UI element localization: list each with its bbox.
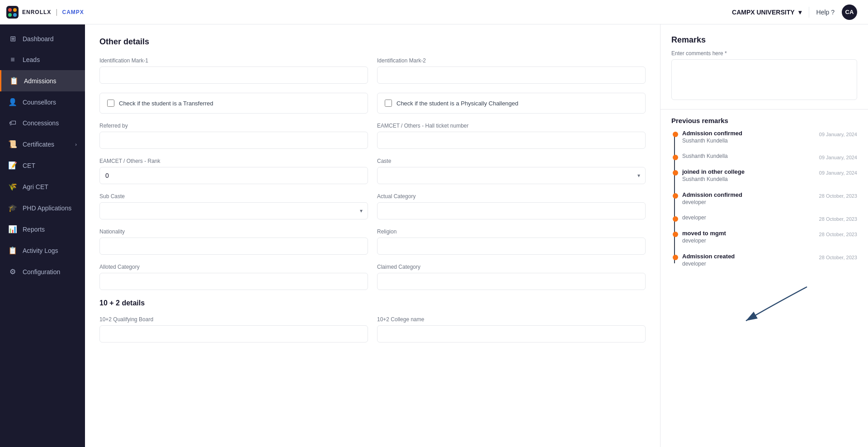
timeline-item-date: 28 October, 2023 (819, 193, 857, 199)
timeline-item-date: 09 January, 2024 (819, 170, 857, 176)
timeline-item-date: 09 January, 2024 (819, 155, 857, 160)
help-button[interactable]: Help ? (816, 9, 835, 16)
actual-category-input[interactable] (377, 202, 646, 219)
sidebar-item-admissions[interactable]: 📋 Admissions (0, 70, 85, 91)
religion-group: Religion (377, 228, 646, 255)
transferred-label: Check if the student is a Transferred (119, 100, 213, 107)
timeline-item: Admission confirmed developer 28 October… (680, 191, 857, 205)
sidebar-item-dashboard[interactable]: ⊞ Dashboard (0, 28, 85, 49)
eamcet-hall-label: EAMCET / Others - Hall ticket number (377, 123, 646, 129)
qualifying-board-row: 10+2 Qualifying Board 10+2 College name (99, 316, 646, 342)
id-mark2-input[interactable] (377, 67, 646, 84)
eamcet-hall-input[interactable] (377, 132, 646, 149)
claimed-category-label: Claimed Category (377, 264, 646, 270)
sidebar-item-label: Activity Logs (23, 247, 58, 254)
referred-by-input[interactable] (99, 132, 368, 149)
sidebar-item-concessions[interactable]: 🏷 Concessions (0, 113, 85, 133)
avatar[interactable]: CA (842, 5, 857, 20)
remarks-header: Remarks Enter comments here * (660, 24, 868, 109)
university-name: CAMPX UNIVERSITY (732, 9, 794, 16)
sidebar-item-activity-logs[interactable]: 📋 Activity Logs (0, 240, 85, 261)
timeline-item: joined in other college Sushanth Kundell… (680, 168, 857, 182)
nationality-religion-row: Nationality Religion (99, 228, 646, 255)
remarks-textarea[interactable] (671, 59, 857, 100)
nationality-label: Nationality (99, 228, 368, 235)
nationality-input[interactable] (99, 238, 368, 255)
sub-caste-select[interactable] (99, 202, 368, 219)
college-name-input[interactable] (377, 325, 646, 342)
sub-caste-label: Sub Caste (99, 193, 368, 200)
timeline-dot (673, 155, 678, 160)
religion-input[interactable] (377, 238, 646, 255)
sidebar: ENROLLX | CAMPX ⊞ Dashboard ≡ Leads 📋 Ad… (0, 0, 85, 447)
subsection-title: 10 + 2 details (99, 299, 646, 307)
certificates-icon: 📜 (8, 140, 17, 148)
topbar: CAMPX UNIVERSITY ▾ Help ? CA (85, 0, 868, 24)
sidebar-item-reports[interactable]: 📊 Reports (0, 219, 85, 240)
remarks-textarea-label: Enter comments here * (671, 50, 857, 57)
caste-group: Caste ▾ (377, 158, 646, 184)
nationality-group: Nationality (99, 228, 368, 255)
physically-challenged-checkbox-group[interactable]: Check if the student is a Physically Cha… (377, 93, 646, 114)
timeline-item: Admission confirmed Sushanth Kundella 09… (680, 130, 857, 144)
sidebar-item-agri-cet[interactable]: 🌾 Agri CET (0, 176, 85, 197)
physically-challenged-checkbox[interactable] (385, 100, 392, 107)
counsellors-icon: 👤 (8, 98, 17, 106)
qualifying-board-input[interactable] (99, 325, 368, 342)
caste-label: Caste (377, 158, 646, 164)
sidebar-item-label: Certificates (23, 141, 54, 148)
college-name-label: 10+2 College name (377, 316, 646, 323)
university-selector[interactable]: CAMPX UNIVERSITY ▾ (732, 9, 801, 16)
alloted-claimed-row: Alloted Category Claimed Category (99, 264, 646, 290)
sidebar-item-label: Admissions (24, 77, 57, 85)
timeline-dot (673, 255, 678, 260)
transferred-checkbox[interactable] (107, 100, 114, 107)
logo-icon (6, 6, 19, 19)
id-mark1-label: Identification Mark-1 (99, 57, 368, 64)
sub-caste-select-wrapper: ▾ (99, 202, 368, 219)
timeline-item-date: 28 October, 2023 (819, 232, 857, 237)
sidebar-item-certificates[interactable]: 📜 Certificates › (0, 133, 85, 155)
id-mark1-group: Identification Mark-1 (99, 57, 368, 84)
claimed-category-group: Claimed Category (377, 264, 646, 290)
id-mark1-input[interactable] (99, 67, 368, 84)
chevron-down-icon: ▾ (798, 9, 802, 16)
logo-campx: CAMPX (62, 9, 84, 15)
sidebar-item-phd[interactable]: 🎓 PHD Applications (0, 197, 85, 219)
transferred-checkbox-group[interactable]: Check if the student is a Transferred (99, 93, 368, 114)
sidebar-item-cet[interactable]: 📝 CET (0, 155, 85, 176)
topbar-divider (809, 7, 809, 18)
sidebar-item-label: PHD Applications (23, 204, 71, 212)
sidebar-item-counsellors[interactable]: 👤 Counsellors (0, 91, 85, 113)
sidebar-item-configuration[interactable]: ⚙ Configuration (0, 261, 85, 282)
remarks-panel: Remarks Enter comments here * Previous r… (660, 24, 868, 447)
qualifying-board-label: 10+2 Qualifying Board (99, 316, 368, 323)
chevron-right-icon: › (75, 142, 77, 147)
leads-icon: ≡ (8, 56, 17, 64)
caste-select[interactable] (377, 167, 646, 184)
timeline-item-sub: Sushanth Kundella (682, 176, 857, 182)
remarks-title: Remarks (671, 35, 857, 45)
eamcet-rank-input[interactable] (99, 167, 368, 184)
sidebar-item-label: Dashboard (23, 35, 54, 43)
eamcet-rank-group: EAMCET / Others - Rank (99, 158, 368, 184)
timeline-item-sub: Sushanth Kundella (682, 138, 857, 144)
timeline-item: moved to mgmt developer 28 October, 2023 (680, 230, 857, 244)
sidebar-item-label: Configuration (23, 268, 60, 276)
main-content: Other details Identification Mark-1 Iden… (85, 24, 868, 447)
timeline-dot (673, 216, 678, 222)
referred-by-group: Referred by (99, 123, 368, 149)
timeline-item-sub: developer (682, 199, 857, 205)
configuration-icon: ⚙ (8, 267, 17, 276)
prev-remarks-title: Previous remarks (660, 109, 868, 130)
sidebar-item-leads[interactable]: ≡ Leads (0, 49, 85, 70)
college-name-group: 10+2 College name (377, 316, 646, 342)
claimed-category-input[interactable] (377, 273, 646, 290)
qualifying-board-group: 10+2 Qualifying Board (99, 316, 368, 342)
alloted-category-input[interactable] (99, 273, 368, 290)
concessions-icon: 🏷 (8, 119, 17, 127)
checkbox-row: Check if the student is a Transferred Ch… (99, 93, 646, 114)
referred-eamcet-row: Referred by EAMCET / Others - Hall ticke… (99, 123, 646, 149)
sub-caste-group: Sub Caste ▾ (99, 193, 368, 219)
timeline-item-date: 28 October, 2023 (819, 255, 857, 260)
